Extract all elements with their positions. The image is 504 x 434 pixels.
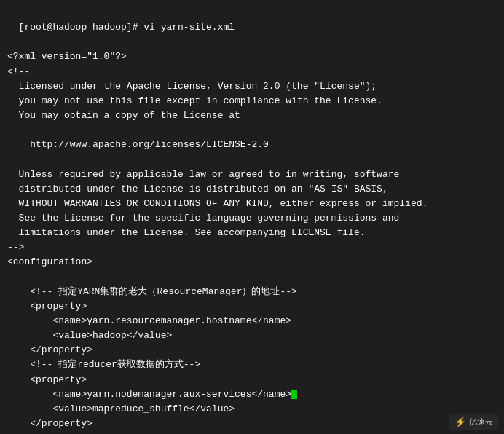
blank-line-4 — [7, 272, 13, 283]
watermark-text: 亿速云 — [469, 417, 493, 427]
value-rm-hostname: <value>hadoop</value> — [7, 330, 172, 341]
property-2-open: <property> — [7, 374, 87, 385]
name-rm-hostname: <name>yarn.resourcemanager.hostname</nam… — [7, 315, 291, 326]
terminal-window: [root@hadoop hadoop]# vi yarn-site.xml <… — [0, 0, 504, 434]
license-line-1: Licensed under the Apache License, Versi… — [7, 81, 377, 92]
name-aux-services: <name>yarn.nodemanager.aux-services</nam… — [7, 389, 297, 400]
license-line-8: limitations under the License. See accom… — [7, 227, 365, 238]
blank-line-2 — [7, 125, 13, 135]
comment-start: <!-- — [7, 66, 30, 77]
blank-line-3 — [7, 154, 13, 165]
license-line-6: WITHOUT WARRANTIES OR CONDITIONS OF ANY … — [7, 198, 428, 209]
comment-yarn-rm: <!-- 指定YARN集群的老大（ResourceManager）的地址--> — [7, 286, 297, 297]
watermark-logo-icon: ⚡ — [454, 417, 466, 427]
config-open: <configuration> — [7, 256, 92, 267]
property-2-close: </property> — [7, 418, 92, 429]
blank-line-1 — [7, 36, 13, 47]
value-aux-services: <value>mapreduce_shuffle</value> — [7, 403, 235, 414]
license-line-3: You may obtain a copy of the License at — [7, 110, 240, 121]
property-1-close: </property> — [7, 344, 92, 355]
watermark-badge: ⚡ 亿速云 — [449, 414, 498, 430]
property-1-open: <property> — [7, 301, 87, 312]
comment-end: --> — [7, 242, 24, 253]
license-line-2: you may not use this file except in comp… — [7, 95, 382, 106]
license-url: http://www.apache.org/licenses/LICENSE-2… — [7, 139, 269, 150]
xml-declaration: <?xml version="1.0"?> — [7, 51, 127, 62]
comment-reducer: <!-- 指定reducer获取数据的方式--> — [7, 359, 200, 370]
license-line-4: Unless required by applicable law or agr… — [7, 169, 399, 180]
license-line-5: distributed under the License is distrib… — [7, 184, 388, 194]
license-line-7: See the License for the specific languag… — [7, 213, 399, 224]
text-cursor — [291, 390, 297, 399]
prompt-line: [root@hadoop hadoop]# vi yarn-site.xml — [19, 22, 235, 33]
